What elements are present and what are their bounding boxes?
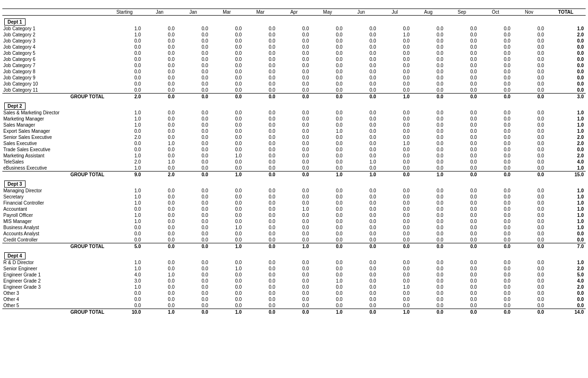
cell-value: 0.0: [378, 26, 412, 32]
cell-value: 1.0: [378, 284, 412, 290]
row-label: Job Category 5: [2, 50, 106, 56]
cell-value: 0.0: [277, 159, 311, 165]
cell-value: 0.0: [277, 146, 311, 153]
cell-value: 0.0: [176, 62, 210, 69]
cell-value: 0.0: [176, 122, 210, 128]
cell-value: 0.0: [277, 302, 311, 309]
row-label: Engineer Grade 1: [2, 272, 106, 278]
cell-value: 0.0: [143, 278, 176, 284]
cell-value: 0.0: [445, 194, 479, 200]
cell-value: 0.0: [479, 200, 512, 206]
row-label: Senior Sales Executive: [2, 134, 106, 140]
cell-value: 1.0: [106, 284, 143, 290]
cell-value: 0.0: [106, 237, 143, 243]
cell-value: 1.0: [546, 200, 586, 206]
cell-value: 0.0: [378, 200, 412, 206]
cell-value: 0.0: [176, 146, 210, 153]
cell-value: 0.0: [210, 81, 243, 87]
cell-value: 0.0: [176, 38, 210, 44]
cell-value: 0.0: [345, 231, 378, 237]
table-row: Secretary1.00.00.00.00.00.00.00.00.00.00…: [2, 194, 586, 200]
row-label: Managing Director: [2, 188, 106, 194]
cell-value: 0.0: [378, 237, 412, 243]
cell-value: 2.0: [546, 266, 586, 272]
cell-value: 0.0: [512, 218, 546, 224]
table-row: Job Category 110.00.00.00.00.00.00.00.00…: [2, 87, 586, 94]
cell-value: 0.0: [210, 200, 243, 206]
cell-value: 0.0: [277, 122, 311, 128]
row-label: R & D Director: [2, 259, 106, 266]
cell-value: 0.0: [412, 26, 445, 32]
column-headers: Starting Jan Jan Mar Mar Apr May Jun Jul…: [2, 9, 586, 16]
cell-value: 0.0: [512, 153, 546, 159]
cell-value: 0.0: [445, 302, 479, 309]
header-jul: Jul: [378, 9, 412, 16]
cell-value: 0.0: [106, 44, 143, 50]
cell-value: 0.0: [243, 194, 277, 200]
cell-value: 0.0: [243, 146, 277, 153]
cell-value: 0.0: [210, 259, 243, 266]
cell-value: 0.0: [512, 159, 546, 165]
cell-value: 0.0: [546, 302, 586, 309]
cell-value: 0.0: [378, 272, 412, 278]
cell-value: 0.0: [176, 302, 210, 309]
cell-value: 0.0: [378, 165, 412, 172]
cell-value: 0.0: [412, 153, 445, 159]
cell-value: 0.0: [479, 284, 512, 290]
cell-value: 0.0: [176, 212, 210, 218]
table-row: Export Sales Manager0.00.00.00.00.00.01.…: [2, 128, 586, 134]
cell-value: 0.0: [512, 290, 546, 296]
cell-value: 0.0: [143, 290, 176, 296]
cell-value: 0.0: [210, 122, 243, 128]
cell-value: 2.0: [546, 134, 586, 140]
cell-value: 0.0: [277, 140, 311, 146]
cell-value: 0.0: [512, 38, 546, 44]
row-label: TeleSales: [2, 159, 106, 165]
cell-value: 0.0: [143, 75, 176, 81]
cell-value: 0.0: [345, 188, 378, 194]
row-label: Payroll Officer: [2, 212, 106, 218]
cell-value: 1.0: [546, 212, 586, 218]
cell-value: 0.0: [143, 224, 176, 231]
cell-value: 0.0: [311, 159, 344, 165]
cell-value: 0.0: [479, 266, 512, 272]
cell-value: 0.0: [176, 284, 210, 290]
cell-value: 0.0: [311, 212, 344, 218]
cell-value: 0.0: [345, 237, 378, 243]
cell-value: 0.0: [176, 116, 210, 122]
cell-value: 0.0: [345, 32, 378, 38]
cell-value: 0.0: [512, 237, 546, 243]
cell-value: 0.0: [277, 69, 311, 75]
cell-value: 0.0: [176, 237, 210, 243]
group-total-cell: 0.0: [176, 309, 210, 316]
cell-value: 0.0: [277, 200, 311, 206]
group-total-cell: 0.0: [243, 94, 277, 100]
cell-value: 0.0: [479, 128, 512, 134]
cell-value: 0.0: [445, 81, 479, 87]
cell-value: 0.0: [445, 140, 479, 146]
cell-value: 0.0: [143, 81, 176, 87]
cell-value: 0.0: [378, 62, 412, 69]
row-label: Sales Manager: [2, 122, 106, 128]
group-total-cell: 0.0: [277, 172, 311, 178]
cell-value: 0.0: [243, 110, 277, 116]
cell-value: 0.0: [311, 231, 344, 237]
cell-value: 0.0: [311, 38, 344, 44]
cell-value: 0.0: [311, 122, 344, 128]
cell-value: 0.0: [378, 218, 412, 224]
cell-value: 0.0: [243, 212, 277, 218]
table-row: Engineer Grade 31.00.00.00.00.00.00.00.0…: [2, 284, 586, 290]
row-label: Job Category 9: [2, 75, 106, 81]
group-total-cell: 0.0: [512, 94, 546, 100]
cell-value: 1.0: [106, 32, 143, 38]
cell-value: 0.0: [412, 81, 445, 87]
cell-value: 0.0: [479, 69, 512, 75]
cell-value: 0.0: [412, 122, 445, 128]
table-row: Job Category 70.00.00.00.00.00.00.00.00.…: [2, 62, 586, 69]
group-total-cell: 2.0: [106, 94, 143, 100]
cell-value: 0.0: [210, 134, 243, 140]
cell-value: 0.0: [512, 231, 546, 237]
cell-value: 0.0: [243, 38, 277, 44]
cell-value: 0.0: [479, 302, 512, 309]
cell-value: 0.0: [243, 122, 277, 128]
